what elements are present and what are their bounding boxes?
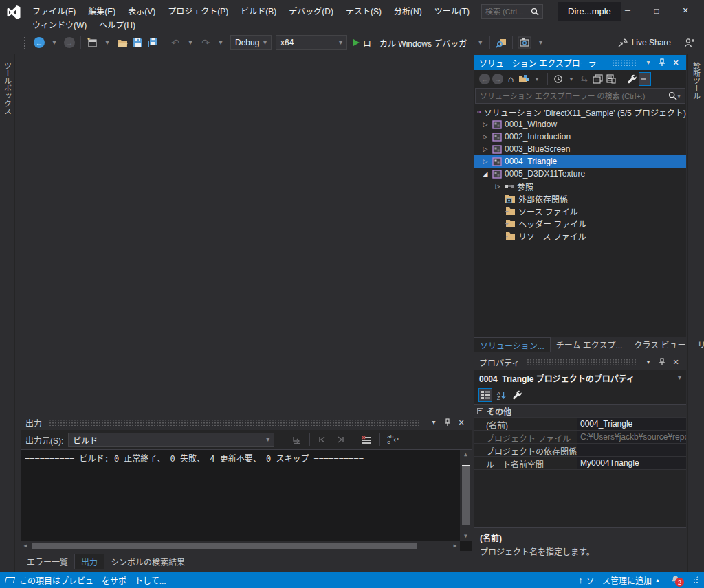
quick-search-input[interactable] xyxy=(485,8,531,16)
property-row-project-file[interactable]: プロジェクト ファイル C:¥Users¥jackb¥source¥repos xyxy=(474,430,686,443)
property-row-dependencies[interactable]: プロジェクトの依存関係 xyxy=(474,443,686,456)
collapse-category-icon[interactable]: − xyxy=(477,408,483,414)
solution-search-box[interactable] xyxy=(475,88,685,104)
tab-error-list[interactable]: エラー一覧 xyxy=(21,554,74,569)
tree-row-source-files[interactable]: ソース ファイル xyxy=(474,205,686,217)
minimize-button[interactable] xyxy=(613,1,642,20)
object-selector-combo[interactable]: 0004_Triangle プロジェクトのプロパティ xyxy=(474,370,686,386)
expander-collapsed-icon[interactable] xyxy=(481,146,490,152)
tree-row-project[interactable]: 0001_Window xyxy=(474,118,686,131)
menu-window[interactable]: ウィンドウ(W) xyxy=(26,16,93,33)
property-value[interactable] xyxy=(578,444,686,456)
tree-row-project[interactable]: 0002_Introduction xyxy=(474,131,686,143)
auto-hide-pin-button[interactable] xyxy=(657,57,668,68)
switch-views-button[interactable] xyxy=(518,72,530,86)
save-button[interactable] xyxy=(130,34,145,51)
property-pages-button[interactable] xyxy=(510,388,524,402)
tree-row-resource-files[interactable]: リソース ファイル xyxy=(474,229,686,242)
close-panel-button[interactable] xyxy=(670,57,681,68)
output-text-area[interactable]: ========== ビルド: 0 正常終了、 0 失敗、 4 更新不要、 0 … xyxy=(21,449,472,551)
auto-hide-pin-button[interactable] xyxy=(657,357,668,368)
scroll-up-arrow[interactable] xyxy=(460,450,472,460)
start-debugging-button[interactable]: ローカル Windows デバッガー xyxy=(349,34,486,51)
auto-hide-pin-button[interactable] xyxy=(442,417,453,428)
scrollbar-thumb[interactable] xyxy=(32,543,417,549)
tree-row-references[interactable]: 参照 xyxy=(474,180,686,192)
expander-collapsed-icon[interactable] xyxy=(481,134,490,140)
output-source-combo[interactable]: ビルド xyxy=(68,433,274,447)
scroll-left-arrow[interactable] xyxy=(21,543,30,549)
next-message-button[interactable] xyxy=(333,433,346,446)
alphabetical-sort-button[interactable]: AZ xyxy=(494,388,508,402)
scrollbar-thumb[interactable] xyxy=(462,465,470,525)
navigate-back-button[interactable]: ← xyxy=(32,34,47,51)
clear-all-button[interactable] xyxy=(360,433,373,446)
tab-solution-explorer[interactable]: ソリューション... xyxy=(474,337,551,352)
toolbar-options-dropdown[interactable] xyxy=(533,34,548,51)
category-row[interactable]: − その他 xyxy=(474,405,686,417)
tab-class-view[interactable]: クラス ビュー xyxy=(628,337,692,352)
feedback-button[interactable] xyxy=(682,34,697,51)
solution-search-input[interactable] xyxy=(480,92,668,100)
output-vertical-scrollbar[interactable] xyxy=(460,450,472,541)
tree-row-project-selected[interactable]: 0004_Triangle xyxy=(474,155,686,168)
window-position-dropdown[interactable] xyxy=(643,57,654,68)
property-row-name[interactable]: (名前) 0004_Triangle xyxy=(474,417,686,430)
word-wrap-toggle[interactable]: abc xyxy=(386,433,400,446)
menu-debug[interactable]: デバッグ(D) xyxy=(283,2,340,19)
show-all-files-button[interactable] xyxy=(604,72,617,86)
goto-message-button[interactable] xyxy=(289,433,303,446)
menu-project[interactable]: プロジェクト(P) xyxy=(162,2,234,19)
se-forward-button[interactable]: → xyxy=(492,72,504,86)
undo-dropdown[interactable] xyxy=(183,34,198,51)
properties-title-bar[interactable]: プロパティ xyxy=(474,354,686,370)
search-options-dropdown[interactable] xyxy=(677,93,681,100)
solution-platform-combo[interactable]: x64 xyxy=(276,35,347,50)
menu-test[interactable]: テスト(S) xyxy=(340,2,388,19)
solution-configuration-combo[interactable]: Debug xyxy=(230,35,272,50)
collapse-all-button[interactable] xyxy=(591,72,604,86)
menu-build[interactable]: ビルド(B) xyxy=(234,2,283,19)
notifications-button[interactable]: 2 xyxy=(668,573,682,587)
open-file-button[interactable] xyxy=(115,34,130,51)
expander-collapsed-icon[interactable] xyxy=(494,183,502,190)
output-horizontal-scrollbar[interactable] xyxy=(21,541,460,551)
maximize-button[interactable] xyxy=(642,1,671,20)
window-position-dropdown[interactable] xyxy=(428,417,439,428)
filter-dropdown[interactable] xyxy=(565,72,578,86)
tree-row-header-files[interactable]: ヘッダー ファイル xyxy=(474,217,686,229)
tree-row-project[interactable]: 0003_BlueScreen xyxy=(474,143,686,155)
menu-tools[interactable]: ツール(T) xyxy=(428,2,476,19)
save-all-button[interactable] xyxy=(145,34,160,51)
sync-with-active-document-button[interactable] xyxy=(578,72,591,86)
previous-message-button[interactable] xyxy=(316,433,330,446)
toolbar-grip[interactable] xyxy=(23,36,26,49)
se-home-button[interactable] xyxy=(505,72,517,86)
scroll-down-arrow[interactable] xyxy=(460,532,472,541)
new-project-button[interactable] xyxy=(85,34,100,51)
solution-explorer-title-bar[interactable]: ソリューション エクスプローラー xyxy=(474,55,686,70)
expander-expanded-icon[interactable] xyxy=(481,171,490,177)
close-button[interactable] xyxy=(671,1,700,20)
properties-button[interactable] xyxy=(626,72,638,86)
window-resize-grip[interactable] xyxy=(690,576,698,584)
tab-find-symbol-results[interactable]: シンボルの検索結果 xyxy=(104,554,191,569)
switch-views-dropdown[interactable] xyxy=(531,72,543,86)
expander-collapsed-icon[interactable] xyxy=(481,159,490,165)
preview-selected-items-toggle[interactable] xyxy=(639,72,651,86)
expander-collapsed-icon[interactable] xyxy=(481,122,490,128)
window-position-dropdown[interactable] xyxy=(643,357,654,368)
tree-row-project[interactable]: 0005_D3DX11Texture xyxy=(474,168,686,180)
redo-button[interactable] xyxy=(198,34,213,51)
find-in-files-button[interactable] xyxy=(516,34,533,51)
navigate-forward-button[interactable]: → xyxy=(62,34,77,51)
quick-search-box[interactable] xyxy=(481,4,543,19)
attach-to-process-button[interactable] xyxy=(494,34,509,51)
categorized-view-button[interactable] xyxy=(478,388,492,402)
output-title-bar[interactable]: 出力 xyxy=(21,415,472,430)
menu-help[interactable]: ヘルプ(H) xyxy=(93,16,142,33)
menu-analyze[interactable]: 分析(N) xyxy=(388,2,428,19)
diagnostics-autohide-tab[interactable]: 診断ツール xyxy=(691,56,702,105)
undo-button[interactable] xyxy=(168,34,183,51)
tree-row-external-deps[interactable]: 外部依存関係 xyxy=(474,192,686,205)
